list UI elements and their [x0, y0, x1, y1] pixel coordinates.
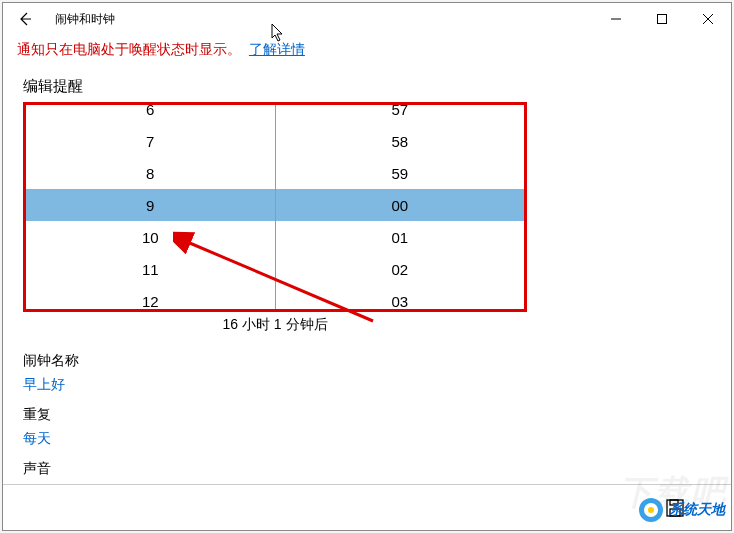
- window-title: 闹钟和时钟: [55, 11, 115, 28]
- back-button[interactable]: [3, 3, 47, 35]
- repeat-value[interactable]: 每天: [23, 430, 711, 448]
- close-button[interactable]: [685, 3, 731, 35]
- hour-picker-column[interactable]: 6789101112: [26, 105, 275, 309]
- hour-option[interactable]: 7: [26, 125, 275, 157]
- minute-option[interactable]: 01: [276, 221, 525, 253]
- close-icon: [703, 14, 713, 24]
- maximize-icon: [657, 14, 667, 24]
- time-picker: 6789101112 57585900010203: [23, 102, 527, 312]
- minute-option[interactable]: 57: [276, 102, 525, 125]
- minute-option[interactable]: 59: [276, 157, 525, 189]
- alarm-name-value[interactable]: 早上好: [23, 376, 711, 394]
- svg-point-7: [648, 507, 654, 513]
- svg-rect-0: [658, 15, 667, 24]
- notification-text: 通知只在电脑处于唤醒状态时显示。: [17, 41, 241, 57]
- hour-option[interactable]: 10: [26, 221, 275, 253]
- sound-label: 声音: [23, 460, 711, 478]
- minute-option[interactable]: 03: [276, 285, 525, 312]
- maximize-button[interactable]: [639, 3, 685, 35]
- hour-option[interactable]: 11: [26, 253, 275, 285]
- watermark-brand-text: 系统天地: [669, 501, 725, 519]
- titlebar: 闹钟和时钟: [3, 3, 731, 35]
- minimize-button[interactable]: [593, 3, 639, 35]
- learn-more-link[interactable]: 了解详情: [249, 41, 305, 57]
- time-remaining-label: 16 小时 1 分钟后: [23, 316, 527, 334]
- watermark: 系统天地: [637, 496, 725, 524]
- minute-picker-column[interactable]: 57585900010203: [275, 105, 525, 309]
- alarm-name-label: 闹钟名称: [23, 352, 711, 370]
- hour-option[interactable]: 8: [26, 157, 275, 189]
- watermark-logo-icon: [637, 496, 665, 524]
- editor-title: 编辑提醒: [23, 77, 711, 96]
- back-arrow-icon: [17, 11, 33, 27]
- minute-option[interactable]: 00: [276, 189, 525, 221]
- hour-option[interactable]: 12: [26, 285, 275, 312]
- notification-bar: 通知只在电脑处于唤醒状态时显示。 了解详情: [3, 35, 731, 65]
- minute-option[interactable]: 02: [276, 253, 525, 285]
- hour-option[interactable]: 9: [26, 189, 275, 221]
- repeat-label: 重复: [23, 406, 711, 424]
- hour-option[interactable]: 6: [26, 102, 275, 125]
- minimize-icon: [611, 14, 621, 24]
- minute-option[interactable]: 58: [276, 125, 525, 157]
